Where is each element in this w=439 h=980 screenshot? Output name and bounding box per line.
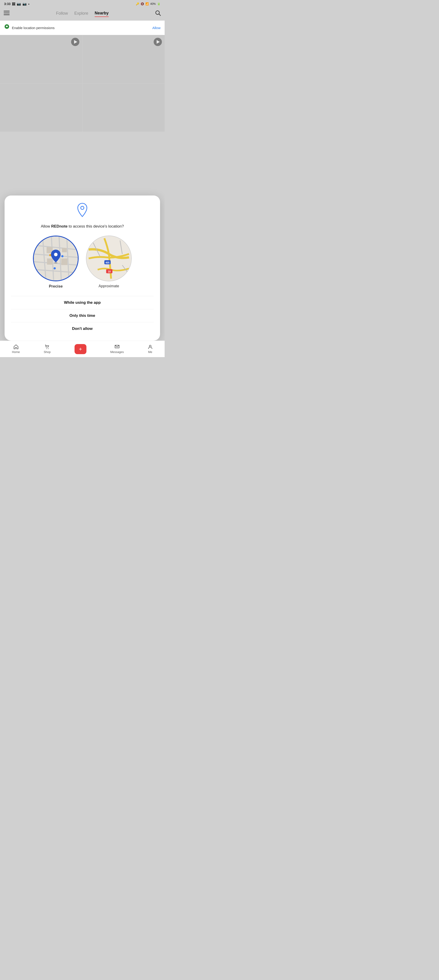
- nav-shop[interactable]: Shop: [44, 344, 51, 354]
- tab-nearby[interactable]: Nearby: [95, 11, 109, 17]
- approximate-map-circle: 405 10: [86, 235, 132, 282]
- svg-point-36: [46, 348, 47, 349]
- svg-point-38: [149, 345, 151, 347]
- nav-me-label: Me: [148, 350, 152, 354]
- nav-messages[interactable]: Messages: [110, 344, 124, 354]
- permission-dialog-overlay: Allow REDnote to access this device's lo…: [0, 196, 165, 341]
- nav-home-label: Home: [12, 350, 20, 354]
- precise-label: Precise: [49, 284, 63, 289]
- allow-button[interactable]: Allow: [152, 26, 160, 30]
- svg-rect-21: [47, 258, 52, 265]
- bottom-nav: Home Shop + Messages Me: [0, 340, 165, 357]
- dialog-title: Allow REDnote to access this device's lo…: [41, 223, 124, 229]
- nav-tabs: Follow Explore Nearby: [56, 11, 109, 17]
- approximate-label: Approximate: [98, 284, 119, 288]
- svg-point-27: [54, 262, 57, 264]
- camera-icon: 📷: [22, 2, 27, 6]
- time: 3:33: [4, 2, 11, 6]
- svg-line-4: [159, 14, 160, 16]
- permission-dialog: Allow REDnote to access this device's lo…: [5, 196, 160, 341]
- nav-messages-label: Messages: [110, 350, 124, 354]
- nav-shop-label: Shop: [44, 350, 51, 354]
- battery-icon: 🔋: [157, 2, 160, 5]
- location-banner-left: Enable location permissions: [4, 24, 55, 32]
- nav-home[interactable]: Home: [12, 344, 20, 354]
- gallery-icon: 🖼: [12, 2, 15, 6]
- precise-map-circle: [33, 235, 79, 282]
- key-icon: 🔑: [136, 2, 139, 5]
- status-right: 🔑 🔇 📶 40% 🔋: [136, 2, 160, 5]
- dialog-app-name: REDnote: [51, 224, 68, 229]
- dont-allow-button[interactable]: Don't allow: [11, 322, 154, 335]
- location-pin-icon: [4, 24, 10, 32]
- add-plus-icon: +: [79, 346, 82, 352]
- while-using-button[interactable]: While using the app: [11, 296, 154, 309]
- svg-rect-0: [4, 11, 10, 11]
- dialog-location-icon: [76, 203, 88, 219]
- top-nav: Follow Explore Nearby: [0, 7, 165, 21]
- svg-point-25: [54, 267, 56, 269]
- dot-indicator: ●: [28, 3, 30, 5]
- location-banner: Enable location permissions Allow: [0, 21, 165, 35]
- approximate-option[interactable]: 405 10 Approximate: [86, 235, 132, 289]
- thumbnail-1: [0, 35, 82, 83]
- svg-rect-1: [4, 13, 10, 13]
- tab-follow[interactable]: Follow: [56, 11, 68, 17]
- location-banner-text: Enable location permissions: [12, 26, 55, 30]
- nav-add[interactable]: +: [74, 344, 86, 354]
- nav-me[interactable]: Me: [148, 344, 153, 354]
- thumbnail-2: [82, 35, 165, 83]
- svg-point-8: [81, 206, 84, 210]
- svg-point-24: [61, 255, 63, 258]
- play-button-1[interactable]: [71, 38, 79, 46]
- svg-point-26: [54, 253, 57, 256]
- dialog-title-post: to access this device's location?: [68, 224, 124, 229]
- tab-explore[interactable]: Explore: [74, 11, 88, 17]
- content-area: [0, 35, 165, 131]
- svg-rect-22: [61, 258, 67, 265]
- add-button-circle[interactable]: +: [74, 344, 86, 354]
- status-left: 3:33 🖼 📷 📷 ●: [4, 2, 30, 6]
- svg-text:10: 10: [108, 270, 111, 273]
- play-button-2[interactable]: [154, 38, 162, 46]
- svg-rect-2: [4, 14, 10, 15]
- battery-text: 40%: [150, 2, 156, 5]
- dialog-title-pre: Allow: [41, 224, 51, 229]
- mute-icon: 🔇: [141, 2, 144, 5]
- svg-text:405: 405: [105, 261, 109, 264]
- search-button[interactable]: [155, 10, 161, 18]
- hamburger-menu-button[interactable]: [4, 11, 10, 17]
- signal-icon: 📶: [146, 2, 149, 5]
- only-this-time-button[interactable]: Only this time: [11, 309, 154, 322]
- status-bar: 3:33 🖼 📷 📷 ● 🔑 🔇 📶 40% 🔋: [0, 0, 165, 7]
- instagram-icon: 📷: [17, 2, 21, 6]
- precise-option[interactable]: Precise: [33, 235, 79, 289]
- svg-rect-20: [62, 248, 67, 252]
- svg-point-37: [48, 348, 49, 349]
- thumbnail-4: [82, 84, 165, 132]
- map-options: Precise 405 10: [11, 235, 154, 289]
- thumbnail-3: [0, 84, 82, 132]
